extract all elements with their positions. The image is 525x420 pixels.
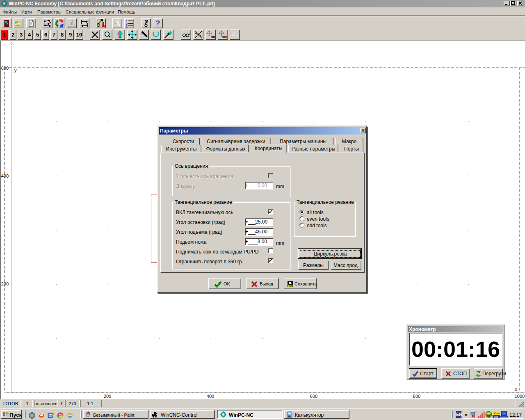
svg-text:x: x xyxy=(515,387,518,392)
svg-text:90: 90 xyxy=(211,35,215,39)
svg-text:3D: 3D xyxy=(494,415,498,419)
svg-text:1000: 1000 xyxy=(515,394,525,399)
svg-text:600: 600 xyxy=(310,394,317,399)
svg-text:3: 3 xyxy=(126,25,128,28)
svg-text:400: 400 xyxy=(1,173,9,178)
svg-text:y: y xyxy=(14,68,17,73)
svg-text:100: 100 xyxy=(221,35,227,39)
svg-text:200: 200 xyxy=(104,394,111,399)
svg-text:600: 600 xyxy=(1,66,9,71)
svg-text:1: 1 xyxy=(126,20,128,23)
svg-text:200: 200 xyxy=(1,281,9,286)
svg-text:400: 400 xyxy=(207,394,214,399)
svg-text:Xear: Xear xyxy=(493,411,500,415)
svg-text:800: 800 xyxy=(413,394,420,399)
